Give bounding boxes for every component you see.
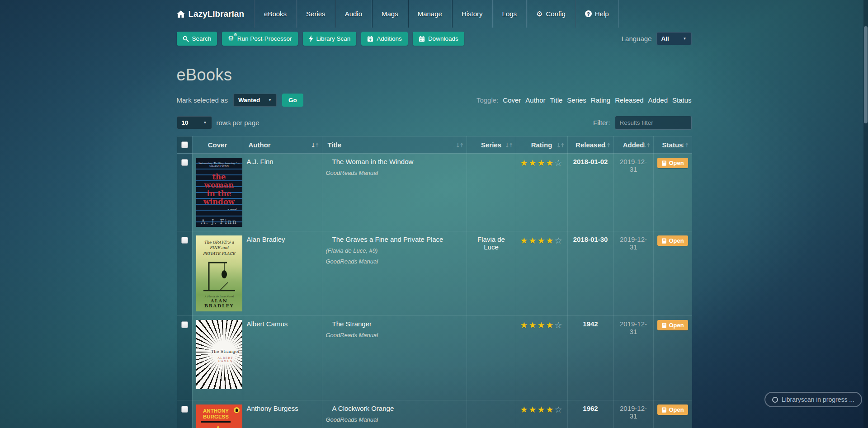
- released-date: 2018-01-02: [567, 154, 613, 231]
- additions-button[interactable]: Additions: [361, 32, 408, 46]
- toggle-link-title[interactable]: Title: [550, 96, 563, 104]
- row-checkbox[interactable]: [181, 159, 188, 166]
- star-icon: ★: [528, 236, 537, 245]
- brand-label: LazyLibrarian: [189, 9, 245, 19]
- gears-icon: ⚙⚙: [228, 35, 234, 42]
- source-label: GoodReads Manual: [326, 258, 463, 265]
- toggle-label: Toggle:: [476, 96, 498, 104]
- source-label: GoodReads Manual: [326, 332, 463, 339]
- mark-selected-select[interactable]: Wanted ▼: [233, 94, 277, 107]
- open-button[interactable]: Open: [657, 235, 688, 246]
- run-post-processor-button[interactable]: ⚙⚙ Run Post-Processor: [222, 32, 297, 46]
- book-cover[interactable]: “Astounding. Thrilling. Amazing.” —GILLI…: [196, 158, 242, 227]
- rows-per-page-select[interactable]: 10 ▼: [177, 116, 212, 129]
- scrollbar-thumb[interactable]: [864, 26, 868, 123]
- open-button[interactable]: Open: [657, 320, 688, 330]
- column-header-rating[interactable]: Rating↓↑: [516, 136, 567, 154]
- downloads-button[interactable]: Downloads: [413, 32, 464, 46]
- nav-item-audio[interactable]: Audio: [335, 0, 372, 28]
- gear-icon: ⚙: [536, 10, 542, 18]
- title-link[interactable]: The Woman in the Window: [326, 158, 414, 165]
- column-header-series[interactable]: Series↓↑: [467, 136, 516, 154]
- book-cover[interactable]: The GRAVE’S aFINE andPRIVATE PLACE A Fla…: [196, 235, 242, 311]
- toggle-link-cover[interactable]: Cover: [503, 96, 521, 104]
- column-header-status[interactable]: Status↓↑: [653, 136, 692, 154]
- author-link[interactable]: Albert Camus: [247, 320, 288, 328]
- filter-label: Filter:: [593, 119, 610, 127]
- star-icon: ★: [537, 158, 546, 168]
- mark-selected-label: Mark selected as: [177, 96, 228, 104]
- star-icon: ★: [537, 236, 546, 245]
- chevron-down-icon: ▼: [203, 121, 207, 125]
- source-label: GoodReads Manual: [326, 169, 463, 176]
- column-header-author[interactable]: Author↓↑: [243, 136, 322, 154]
- title-link[interactable]: The Stranger: [326, 320, 372, 328]
- nav-item-help[interactable]: ? Help: [575, 0, 619, 28]
- nav-menu: eBooks Series Audio Mags Manage History …: [254, 0, 619, 28]
- star-icon: ★: [546, 236, 555, 245]
- nav-item-history[interactable]: History: [452, 0, 492, 28]
- book-icon: [661, 323, 667, 328]
- star-icon: ☆: [555, 405, 563, 414]
- scrollbar-track[interactable]: [863, 0, 868, 428]
- action-toolbar: Search ⚙⚙ Run Post-Processor Library Sca…: [177, 32, 692, 46]
- book-cover[interactable]: ANTHONY BURGESS A CLOCKWORK ORANGE: [196, 404, 242, 428]
- language-select[interactable]: All ▼: [656, 32, 692, 45]
- author-link[interactable]: Alan Bradley: [247, 235, 285, 243]
- added-date: 2019-12-31: [613, 154, 653, 231]
- search-icon: [183, 36, 189, 42]
- rating-stars: ★★★★☆: [520, 158, 564, 168]
- toggle-bar: Toggle: Cover Author Title Series Rating…: [476, 96, 692, 104]
- open-button[interactable]: Open: [657, 158, 688, 168]
- calendar-plus-icon: [367, 36, 373, 42]
- language-label: Language: [622, 35, 652, 42]
- column-header-cover[interactable]: Cover: [192, 136, 243, 154]
- table-header-row: Cover Author↓↑ Title↓↑ Series↓↑ Rating↓↑…: [177, 136, 692, 154]
- row-checkbox[interactable]: [181, 321, 188, 328]
- series-link[interactable]: Flavia de Luce: [477, 235, 505, 251]
- toggle-link-released[interactable]: Released: [615, 96, 643, 104]
- nav-item-logs[interactable]: Logs: [492, 0, 527, 28]
- book-icon: [661, 160, 667, 166]
- sort-icon: ↓↑: [557, 141, 564, 148]
- select-all-checkbox[interactable]: [181, 141, 188, 148]
- row-checkbox[interactable]: [181, 406, 188, 413]
- nav-item-ebooks[interactable]: eBooks: [254, 0, 296, 28]
- toggle-link-status[interactable]: Status: [672, 96, 692, 104]
- toast-text: Libraryscan in progress ...: [782, 396, 854, 403]
- star-icon: ★: [546, 320, 555, 330]
- toggle-link-rating[interactable]: Rating: [591, 96, 610, 104]
- author-link[interactable]: Anthony Burgess: [247, 404, 298, 412]
- column-header-released[interactable]: Released↓↑: [567, 136, 613, 154]
- rating-stars: ★★★★☆: [520, 235, 564, 246]
- nav-item-series[interactable]: Series: [296, 0, 335, 28]
- book-icon: [661, 238, 667, 244]
- nav-item-manage[interactable]: Manage: [408, 0, 452, 28]
- rating-stars: ★★★★☆: [520, 404, 564, 415]
- nav-item-config[interactable]: ⚙ Config: [526, 0, 575, 28]
- row-checkbox[interactable]: [181, 237, 188, 244]
- filter-input[interactable]: [615, 116, 692, 130]
- author-link[interactable]: A.J. Finn: [247, 158, 274, 165]
- navbar-brand[interactable]: LazyLibrarian: [177, 0, 255, 28]
- books-table: Cover Author↓↑ Title↓↑ Series↓↑ Rating↓↑…: [177, 136, 692, 428]
- released-date: 1942: [567, 316, 613, 400]
- nav-item-mags[interactable]: Mags: [372, 0, 408, 28]
- star-icon: ☆: [555, 320, 563, 330]
- title-link[interactable]: The Graves a Fine and Private Place: [326, 235, 443, 243]
- star-icon: ★: [528, 320, 537, 330]
- series-note: (Flavia de Luce, #9): [326, 247, 463, 254]
- search-button[interactable]: Search: [177, 32, 217, 46]
- toggle-link-author[interactable]: Author: [525, 96, 545, 104]
- column-header-added[interactable]: Added↓↑: [613, 136, 653, 154]
- open-button[interactable]: Open: [657, 404, 688, 415]
- toggle-link-series[interactable]: Series: [567, 96, 586, 104]
- star-icon: ☆: [555, 236, 563, 245]
- column-header-title[interactable]: Title↓↑: [322, 136, 467, 154]
- toggle-link-added[interactable]: Added: [648, 96, 668, 104]
- go-button[interactable]: Go: [282, 94, 303, 107]
- page-title: eBooks: [177, 66, 692, 85]
- title-link[interactable]: A Clockwork Orange: [326, 404, 394, 412]
- library-scan-button[interactable]: Library Scan: [303, 32, 357, 46]
- book-cover[interactable]: The Stranger ALBERT CAMUS: [196, 320, 242, 389]
